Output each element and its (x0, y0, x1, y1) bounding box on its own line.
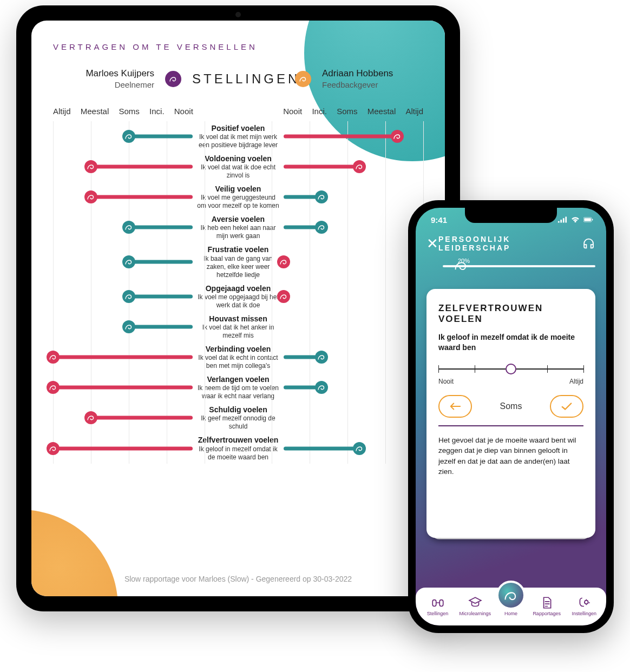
statement-text: Schuldig voelenIk geef mezelf onnodig de… (193, 405, 283, 431)
scale-left-labels: Altijd Meestal Soms Inci. Nooit (53, 107, 193, 116)
report-kicker: VERTRAGEN OM TE VERSNELLEN (53, 42, 423, 51)
battery-icon (583, 216, 593, 223)
confirm-button[interactable] (550, 395, 583, 418)
statement-row: Positief voelenIk voel dat ik met mijn w… (53, 121, 423, 151)
phone-header: ✕ PERSOONLIJK LEIDERSCHAP (416, 232, 606, 258)
status-time: 9:41 (431, 215, 447, 225)
statement-row: Schuldig voelenIk geef mezelf onnodig de… (53, 403, 423, 433)
rating-knob (122, 130, 135, 143)
rating-bar-right (284, 130, 423, 143)
statement-text: Zelfvertrouwen voelenIk geloof in mezelf… (193, 435, 283, 461)
rating-bar-right (284, 160, 423, 173)
slider-knob[interactable] (506, 364, 516, 374)
rating-bar-right (284, 320, 423, 333)
close-button[interactable]: ✕ (426, 236, 438, 251)
rating-knob (277, 290, 290, 303)
participant-name: Marloes Kuijpers (86, 68, 154, 80)
answer-slider[interactable] (438, 363, 583, 375)
rating-knob (315, 351, 328, 364)
scale-label: Altijd (53, 107, 71, 116)
tab-label: Rapportages (533, 611, 561, 616)
rating-knob (122, 320, 135, 333)
statement-text: Veilig voelenIk voel me geruggesteund om… (193, 184, 283, 210)
statement-text: Verlangen voelenIk neem de tijd om te vo… (193, 374, 283, 400)
rating-knob (47, 351, 60, 364)
card-front[interactable]: ZELFVERTROUWEN VOELEN Ik geloof in mezel… (426, 289, 595, 538)
rating-bar-left (53, 160, 193, 173)
statement-text: Frustratie voelenIk baal van de gang van… (193, 245, 283, 279)
headset-icon[interactable] (582, 236, 595, 251)
rating-bar-right (284, 381, 423, 394)
statement-text: Voldoening voelenIk voel dat wat ik doe … (193, 154, 283, 180)
arrow-left-icon (449, 402, 461, 411)
card-title: ZELFVERTROUWEN VOELEN (438, 303, 583, 325)
rating-bar-left (53, 381, 193, 394)
rating-bar-right (284, 411, 423, 424)
tab-rapportages[interactable]: Rapportages (530, 596, 563, 616)
rating-knob (122, 255, 135, 268)
rating-knob (315, 221, 328, 234)
statement-row: Verbinding voelenIk voel dat ik echt in … (53, 342, 423, 372)
slider-min: Nooit (438, 378, 454, 385)
phone-title: PERSOONLIJK LEIDERSCHAP (438, 235, 582, 252)
card-divider (438, 425, 583, 426)
graduation-cap-icon (468, 596, 482, 610)
rating-knob (353, 442, 366, 455)
tab-label: Stellingen (427, 611, 449, 616)
rating-bar-left (53, 290, 193, 303)
phone-screen: 9:41 ✕ PERSOONLIJK LEIDERSCHAP 20% (416, 208, 606, 625)
tab-instellingen[interactable]: Instellingen (568, 596, 600, 616)
statement-row: Houvast missenIk voel dat ik het anker i… (53, 312, 423, 342)
statement-row: Verlangen voelenIk neem de tijd om te vo… (53, 372, 423, 403)
tablet-camera-icon (235, 12, 241, 17)
report-title: STELLINGEN (192, 71, 284, 87)
statement-rows: Positief voelenIk voel dat ik met mijn w… (53, 121, 423, 464)
scale-label: Meestal (368, 107, 396, 116)
rating-bar-left (53, 351, 193, 364)
scale-label: Soms (337, 107, 357, 116)
check-icon (561, 402, 573, 411)
rating-bar-right (284, 221, 423, 234)
snail-icon-purple (165, 71, 181, 87)
svg-rect-2 (592, 219, 593, 221)
rating-knob (315, 381, 328, 394)
tab-microlearnings[interactable]: Microlearnings (459, 596, 491, 616)
back-button[interactable] (438, 395, 472, 418)
feedback-giver-role: Feedbackgever (322, 80, 378, 90)
tab-stellingen[interactable]: Stellingen (422, 596, 454, 616)
card-subtitle: Ik geloof in mezelf omdat ik de moeite w… (438, 332, 583, 353)
scale-label: Altijd (405, 107, 423, 116)
scale-label: Inci. (149, 107, 165, 116)
scale-label: Soms (119, 107, 139, 116)
tab-label: Home (504, 611, 517, 616)
rating-knob (315, 190, 328, 203)
scale-right-labels: Nooit Inci. Soms Meestal Altijd (283, 107, 423, 116)
rating-knob (47, 381, 60, 394)
feedback-giver-block: Adriaan Hobbens Feedbackgever (322, 68, 419, 90)
scale-label: Meestal (81, 107, 109, 116)
progress-percent: 20% (458, 258, 595, 264)
tablet-device: VERTRAGEN OM TE VERSNELLEN Marloes Kuijp… (16, 5, 460, 611)
rating-bar-right (284, 351, 423, 364)
participant-block: Marloes Kuijpers Deelnemer (57, 68, 154, 90)
tab-label: Instellingen (572, 611, 597, 616)
snail-icon (503, 588, 519, 603)
rating-bar-right (284, 442, 423, 455)
tab-home[interactable]: Home (496, 596, 526, 616)
scale-header: Altijd Meestal Soms Inci. Nooit Nooit In… (53, 107, 423, 116)
status-icons (557, 216, 593, 223)
scale-label: Nooit (283, 107, 302, 116)
slider-labels: Nooit Altijd (438, 378, 583, 385)
statement-text: Opgejaagd voelenIk voel me opgejaagd bij… (193, 284, 283, 309)
rating-bar-left (53, 130, 193, 143)
binoculars-icon (431, 596, 445, 610)
statement-row: Voldoening voelenIk voel dat wat ik doe … (53, 151, 423, 182)
slider-max: Altijd (569, 378, 583, 385)
statement-text: Positief voelenIk voel dat ik met mijn w… (193, 123, 283, 149)
scale-label: Nooit (174, 107, 193, 116)
home-button[interactable] (496, 581, 526, 610)
rating-knob (391, 130, 404, 143)
progress-bar[interactable] (443, 265, 595, 267)
rating-bar-right (284, 255, 423, 268)
tablet-screen: VERTRAGEN OM TE VERSNELLEN Marloes Kuijp… (31, 21, 445, 596)
